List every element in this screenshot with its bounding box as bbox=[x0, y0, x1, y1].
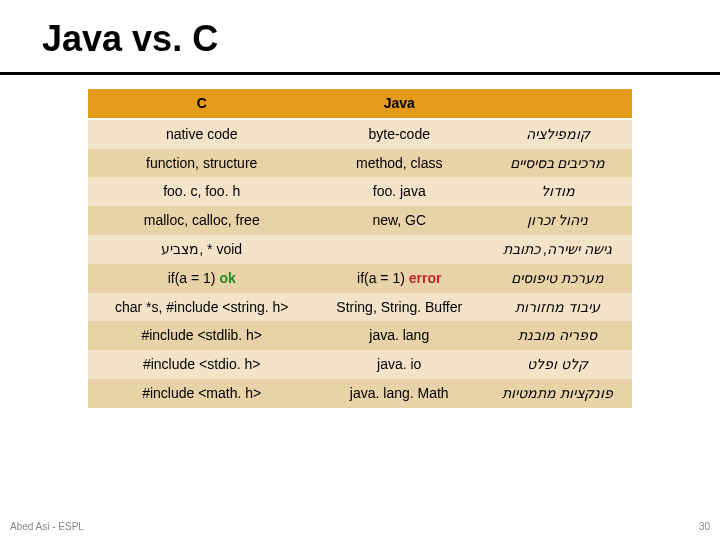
cell-topic: עיבוד מחזורות bbox=[483, 293, 632, 322]
cell-topic: קלט ופלט bbox=[483, 350, 632, 379]
table-row: malloc, calloc, free new, GC ניהול זכרון bbox=[88, 206, 632, 235]
table-row: if(a = 1) ok if(a = 1) error מערכת טיפוס… bbox=[88, 264, 632, 293]
slide-title: Java vs. C bbox=[0, 0, 720, 75]
cell-java: new, GC bbox=[315, 206, 483, 235]
col-header-java: Java bbox=[315, 89, 483, 119]
cell-java: String, String. Buffer bbox=[315, 293, 483, 322]
cell-java: foo. java bbox=[315, 177, 483, 206]
col-header-c: C bbox=[88, 89, 315, 119]
error-flag: error bbox=[409, 270, 442, 286]
cell-c: #include <math. h> bbox=[88, 379, 315, 408]
cell-java: java. lang bbox=[315, 321, 483, 350]
table-row: מצביע, * void גישה ישירה, כתובת bbox=[88, 235, 632, 264]
cell-java: if(a = 1) error bbox=[315, 264, 483, 293]
cell-c: function, structure bbox=[88, 149, 315, 178]
cell-c: if(a = 1) ok bbox=[88, 264, 315, 293]
cell-java: byte-code bbox=[315, 119, 483, 149]
table-row: foo. c, foo. h foo. java מודול bbox=[88, 177, 632, 206]
cell-c: char *s, #include <string. h> bbox=[88, 293, 315, 322]
ok-flag: ok bbox=[219, 270, 235, 286]
footer-author: Abed Asi - ESPL bbox=[10, 521, 84, 532]
cell-java: java. lang. Math bbox=[315, 379, 483, 408]
comparison-table-wrap: C Java native code byte-code קומפילציה f… bbox=[88, 89, 632, 408]
cell-topic: מערכת טיפוסים bbox=[483, 264, 632, 293]
cell-topic: פונקציות מתמטיות bbox=[483, 379, 632, 408]
cell-topic: מרכיבים בסיסיים bbox=[483, 149, 632, 178]
cell-topic: ניהול זכרון bbox=[483, 206, 632, 235]
comparison-table: C Java native code byte-code קומפילציה f… bbox=[88, 89, 632, 408]
table-row: function, structure method, class מרכיבי… bbox=[88, 149, 632, 178]
table-row: #include <stdio. h> java. io קלט ופלט bbox=[88, 350, 632, 379]
cell-topic: קומפילציה bbox=[483, 119, 632, 149]
cell-java: java. io bbox=[315, 350, 483, 379]
cell-c: malloc, calloc, free bbox=[88, 206, 315, 235]
cell-c: foo. c, foo. h bbox=[88, 177, 315, 206]
cell-java bbox=[315, 235, 483, 264]
cell-java-prefix: if(a = 1) bbox=[357, 270, 409, 286]
cell-c-prefix: if(a = 1) bbox=[168, 270, 220, 286]
col-header-topic bbox=[483, 89, 632, 119]
table-row: native code byte-code קומפילציה bbox=[88, 119, 632, 149]
table-header-row: C Java bbox=[88, 89, 632, 119]
cell-c: מצביע, * void bbox=[88, 235, 315, 264]
cell-topic: גישה ישירה, כתובת bbox=[483, 235, 632, 264]
cell-topic: מודול bbox=[483, 177, 632, 206]
cell-c: native code bbox=[88, 119, 315, 149]
cell-topic: ספריה מובנת bbox=[483, 321, 632, 350]
cell-c: #include <stdio. h> bbox=[88, 350, 315, 379]
table-row: #include <math. h> java. lang. Math פונק… bbox=[88, 379, 632, 408]
cell-java: method, class bbox=[315, 149, 483, 178]
table-row: #include <stdlib. h> java. lang ספריה מו… bbox=[88, 321, 632, 350]
slide: Java vs. C C Java native code byte-code … bbox=[0, 0, 720, 540]
slide-number: 30 bbox=[699, 521, 710, 532]
table-row: char *s, #include <string. h> String, St… bbox=[88, 293, 632, 322]
cell-c: #include <stdlib. h> bbox=[88, 321, 315, 350]
